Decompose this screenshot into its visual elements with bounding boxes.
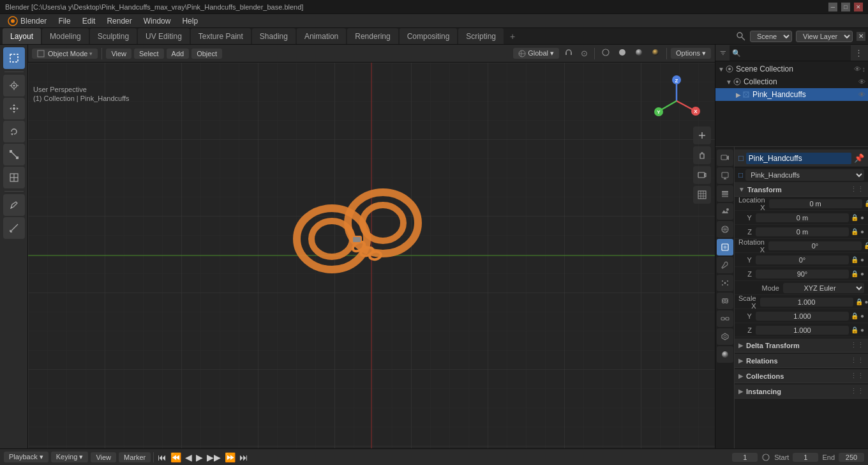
scale-lock-x[interactable]: 🔒 xyxy=(855,298,863,305)
select-menu[interactable]: Select xyxy=(134,49,164,59)
timeline-view-menu[interactable]: View xyxy=(91,452,116,462)
lock-z-icon[interactable]: 🔒 xyxy=(851,228,858,235)
scale-anim-x[interactable]: ● xyxy=(865,298,868,305)
rot-anim-z[interactable]: ● xyxy=(860,270,864,277)
view-menu[interactable]: View xyxy=(106,49,131,59)
select-tool-button[interactable] xyxy=(3,47,25,69)
rot-lock-x[interactable]: 🔒 xyxy=(864,242,868,249)
menu-render[interactable]: Render xyxy=(101,15,137,27)
physics-properties-tab[interactable] xyxy=(717,293,733,309)
end-frame-input[interactable] xyxy=(839,453,864,462)
rotation-mode-select[interactable]: XYZ Euler xyxy=(783,283,864,293)
add-menu[interactable]: Add xyxy=(167,49,190,59)
outliner-collection[interactable]: ▼ Collection 👁 xyxy=(715,75,868,88)
lock-x-icon[interactable]: 🔒 xyxy=(864,200,868,207)
world-properties-tab[interactable] xyxy=(717,221,733,238)
modifier-properties-tab[interactable] xyxy=(717,257,733,273)
render-shading-icon[interactable] xyxy=(648,47,662,60)
maximize-button[interactable]: □ xyxy=(841,3,850,11)
select-icon[interactable]: ↕ xyxy=(862,65,866,73)
scene-selector[interactable]: Scene xyxy=(750,31,792,42)
material-properties-tab[interactable] xyxy=(717,346,733,363)
relations-header[interactable]: ▶ Relations ⋮⋮ xyxy=(735,354,868,368)
object-menu[interactable]: Object xyxy=(191,49,222,59)
viewport-canvas[interactable]: User Perspective (1) Collection | Pink_H… xyxy=(28,63,715,448)
visibility-icon[interactable]: 👁 xyxy=(854,65,861,73)
location-z-input[interactable] xyxy=(756,227,849,236)
play-button[interactable]: ▶ xyxy=(195,451,204,464)
proportional-edit-icon[interactable]: ⊙ xyxy=(578,47,590,59)
visibility-icon-2[interactable]: 👁 xyxy=(858,78,865,86)
render-properties-tab[interactable] xyxy=(717,149,733,166)
tab-sculpting[interactable]: Sculpting xyxy=(90,28,137,44)
view-layer-selector[interactable]: View Layer xyxy=(796,31,853,42)
prev-frame-button[interactable]: ⏪ xyxy=(169,451,183,464)
rotation-z-input[interactable] xyxy=(756,270,849,278)
snap-icon[interactable] xyxy=(562,47,576,60)
location-y-input[interactable] xyxy=(756,213,849,222)
playback-dropdown[interactable]: Playback ▾ xyxy=(4,452,49,462)
rot-lock-y[interactable]: 🔒 xyxy=(851,256,858,263)
location-x-input[interactable] xyxy=(769,199,862,208)
object-name-field[interactable] xyxy=(746,153,851,164)
tab-scripting[interactable]: Scripting xyxy=(458,28,504,44)
rot-lock-z[interactable]: 🔒 xyxy=(851,270,858,277)
anim-z-icon[interactable]: ● xyxy=(860,228,864,235)
next-frame-button[interactable]: ⏩ xyxy=(223,451,237,464)
outliner-pink-handcuffs[interactable]: ▶ Pink_Handcuffs 👁 xyxy=(715,88,868,101)
options-button[interactable]: Options ▾ xyxy=(671,48,711,59)
tab-layout[interactable]: Layout xyxy=(3,28,41,44)
menu-file[interactable]: File xyxy=(53,15,75,27)
scale-tool-button[interactable] xyxy=(3,144,25,165)
wireframe-shading-icon[interactable] xyxy=(599,47,613,60)
outliner-search-input[interactable] xyxy=(730,45,851,61)
jump-end-button[interactable]: ⏭ xyxy=(238,451,250,464)
lock-y-icon[interactable]: 🔒 xyxy=(851,214,858,221)
scale-x-input[interactable] xyxy=(760,298,853,307)
instancing-header[interactable]: ▶ Instancing ⋮⋮ xyxy=(735,385,868,399)
tab-uv-editing[interactable]: UV Editing xyxy=(138,28,190,44)
scale-y-input[interactable] xyxy=(756,312,849,321)
object-data-dropdown[interactable]: Pink_Handcuffs xyxy=(745,169,864,181)
object-mode-dropdown[interactable]: Object Mode ▾ xyxy=(32,49,98,59)
tab-texture-paint[interactable]: Texture Paint xyxy=(191,28,251,44)
menu-blender[interactable]: Blender xyxy=(3,15,52,27)
menu-window[interactable]: Window xyxy=(138,15,176,27)
delta-transform-header[interactable]: ▶ Delta Transform ⋮⋮ xyxy=(735,339,868,353)
scale-lock-y[interactable]: 🔒 xyxy=(851,312,858,319)
visibility-icon-3[interactable]: 👁 xyxy=(858,91,865,98)
scale-lock-z[interactable]: 🔒 xyxy=(851,326,858,333)
transform-orientation[interactable]: Global ▾ xyxy=(513,48,559,59)
rot-anim-y[interactable]: ● xyxy=(860,256,864,263)
viewport[interactable]: Object Mode ▾ View Select Add Object Glo… xyxy=(28,45,715,448)
collections-header[interactable]: ▶ Collections ⋮⋮ xyxy=(735,369,868,383)
jump-start-button[interactable]: ⏮ xyxy=(156,451,168,464)
move-tool-button[interactable] xyxy=(3,98,25,119)
grid-toggle-button[interactable] xyxy=(693,186,711,204)
constraints-properties-tab[interactable] xyxy=(717,310,733,327)
pan-button[interactable] xyxy=(693,146,711,164)
particles-properties-tab[interactable] xyxy=(717,275,733,291)
outliner-scene-collection[interactable]: ▼ Scene Collection 👁 ↕ xyxy=(715,63,868,75)
rotation-x-input[interactable] xyxy=(768,241,862,250)
prev-keyframe-button[interactable]: ◀ xyxy=(184,451,193,464)
rotate-tool-button[interactable] xyxy=(3,121,25,142)
tab-animation[interactable]: Animation xyxy=(297,28,346,44)
start-frame-input[interactable] xyxy=(793,453,818,462)
rotation-y-input[interactable] xyxy=(756,255,849,264)
scene-properties-tab[interactable] xyxy=(717,203,733,220)
annotate-tool-button[interactable] xyxy=(3,194,25,216)
data-properties-tab[interactable] xyxy=(717,328,733,345)
object-properties-tab[interactable] xyxy=(717,239,733,255)
zoom-in-button[interactable] xyxy=(693,126,711,144)
pin-icon[interactable]: 📌 xyxy=(854,153,864,163)
camera-view-button[interactable] xyxy=(693,166,711,184)
menu-help[interactable]: Help xyxy=(177,15,203,27)
scale-anim-y[interactable]: ● xyxy=(860,312,864,319)
tab-modeling[interactable]: Modeling xyxy=(42,28,89,44)
cursor-tool-button[interactable] xyxy=(3,75,25,96)
close-button[interactable]: ✕ xyxy=(854,3,863,11)
scale-z-input[interactable] xyxy=(756,326,849,335)
tab-rendering[interactable]: Rendering xyxy=(347,28,398,44)
scale-anim-z[interactable]: ● xyxy=(860,326,864,333)
